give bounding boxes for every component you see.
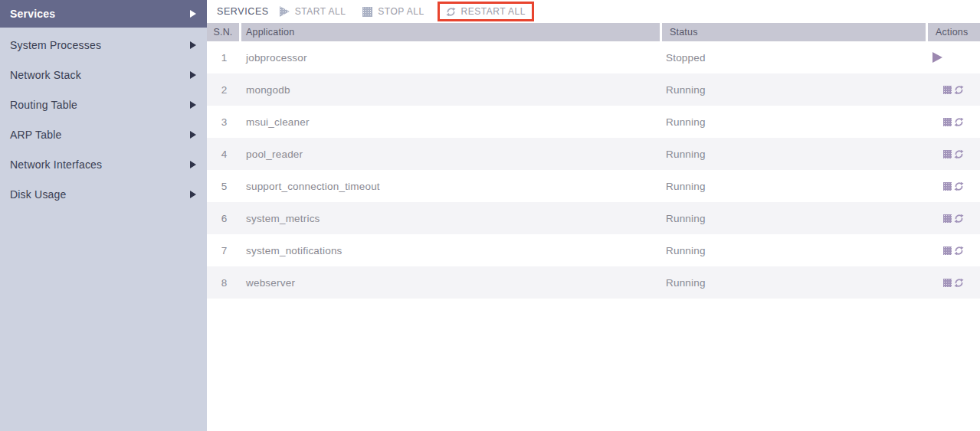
stop-service-icon[interactable] — [943, 118, 952, 126]
restart-service-icon[interactable] — [954, 214, 964, 224]
row-application: system_notifications — [241, 245, 662, 256]
sidebar-item-services[interactable]: Services — [0, 0, 207, 28]
row-actions — [928, 117, 980, 127]
restart-all-button[interactable]: RESTART ALL — [446, 6, 526, 17]
chevron-right-icon — [190, 10, 196, 18]
sidebar-item-network-interfaces[interactable]: Network Interfaces — [0, 149, 207, 179]
chevron-right-icon — [190, 161, 196, 168]
column-header-application: Application — [241, 23, 660, 41]
table-row: 1 jobprocessor Stopped — [207, 41, 980, 73]
sidebar-item-label: Network Interfaces — [10, 158, 102, 171]
restart-service-icon[interactable] — [954, 85, 964, 95]
stop-service-icon[interactable] — [943, 214, 952, 223]
table-row: 8 webserver Running — [207, 266, 980, 299]
stop-icon — [362, 7, 372, 17]
row-sn: 4 — [207, 149, 241, 160]
start-service-icon[interactable] — [932, 52, 942, 63]
restart-all-label: RESTART ALL — [461, 6, 526, 17]
sidebar-item-system-processes[interactable]: System Processes — [0, 30, 207, 60]
table-header: S.N. Application Status Actions — [207, 23, 980, 41]
column-header-status: Status — [662, 23, 926, 41]
column-header-sn: S.N. — [207, 23, 239, 41]
row-application: mongodb — [241, 84, 662, 96]
chevron-right-icon — [190, 41, 196, 49]
sidebar-item-arp-table[interactable]: ARP Table — [0, 119, 207, 149]
stop-service-icon[interactable] — [943, 182, 952, 191]
stop-all-button[interactable]: STOP ALL — [362, 6, 424, 17]
sidebar-item-label: Services — [10, 8, 55, 20]
row-actions — [928, 246, 980, 256]
sidebar: Services System Processes Network Stack … — [0, 0, 207, 431]
row-application: support_connection_timeout — [241, 181, 662, 192]
sidebar-item-label: Disk Usage — [10, 188, 67, 201]
row-actions — [928, 278, 980, 288]
row-application: webserver — [241, 277, 662, 289]
sidebar-item-label: Network Stack — [10, 69, 81, 81]
row-actions — [928, 52, 980, 63]
row-sn: 6 — [207, 213, 241, 224]
row-application: pool_reader — [241, 149, 662, 160]
row-application: msui_cleaner — [241, 116, 662, 128]
table-row: 3 msui_cleaner Running — [207, 106, 980, 138]
sidebar-item-label: System Processes — [10, 39, 101, 51]
content-empty-area — [207, 299, 980, 431]
restart-icon — [446, 7, 456, 17]
table-row: 2 mongodb Running — [207, 73, 980, 106]
sidebar-item-network-stack[interactable]: Network Stack — [0, 60, 207, 90]
row-sn: 7 — [207, 245, 241, 256]
chevron-right-icon — [190, 101, 196, 109]
table-row: 5 support_connection_timeout Running — [207, 170, 980, 202]
stop-service-icon[interactable] — [943, 150, 952, 158]
sidebar-item-routing-table[interactable]: Routing Table — [0, 90, 207, 119]
stop-service-icon[interactable] — [943, 86, 952, 94]
row-status: Running — [662, 84, 928, 96]
row-sn: 5 — [207, 181, 241, 192]
row-application: system_metrics — [241, 213, 662, 224]
row-actions — [928, 181, 980, 191]
row-status: Running — [662, 116, 928, 128]
row-status: Running — [662, 181, 928, 192]
stop-service-icon[interactable] — [943, 279, 952, 287]
row-sn: 1 — [207, 52, 241, 64]
table-row: 7 system_notifications Running — [207, 234, 980, 266]
row-status: Stopped — [662, 52, 928, 64]
start-all-button[interactable]: START ALL — [280, 6, 346, 17]
row-status: Running — [662, 245, 928, 256]
restart-service-icon[interactable] — [954, 149, 964, 159]
row-sn: 3 — [207, 116, 241, 128]
row-application: jobprocessor — [241, 52, 662, 64]
row-status: Running — [662, 277, 928, 289]
chevron-right-icon — [190, 191, 196, 198]
row-sn: 8 — [207, 277, 241, 289]
chevron-right-icon — [190, 131, 196, 139]
row-actions — [928, 214, 980, 224]
sidebar-item-label: ARP Table — [10, 129, 61, 141]
column-header-actions: Actions — [928, 23, 980, 41]
sidebar-item-label: Routing Table — [10, 99, 77, 111]
restart-service-icon[interactable] — [954, 181, 964, 191]
play-icon — [280, 6, 290, 17]
main-content: SERVICES START ALL STOP ALL RESTART ALL … — [207, 0, 980, 431]
restart-service-icon[interactable] — [954, 117, 964, 127]
app-window: Services System Processes Network Stack … — [0, 0, 980, 431]
row-sn: 2 — [207, 84, 241, 96]
row-actions — [928, 85, 980, 95]
stop-all-label: STOP ALL — [378, 6, 424, 17]
chevron-right-icon — [190, 71, 196, 79]
page-title: SERVICES — [217, 6, 269, 17]
table-row: 6 system_metrics Running — [207, 202, 980, 234]
restart-service-icon[interactable] — [954, 246, 964, 256]
restart-all-highlight-box: RESTART ALL — [438, 2, 534, 21]
start-all-label: START ALL — [295, 6, 346, 17]
row-actions — [928, 149, 980, 159]
stop-service-icon[interactable] — [943, 247, 952, 255]
restart-service-icon[interactable] — [954, 278, 964, 288]
table-row: 4 pool_reader Running — [207, 138, 980, 170]
sidebar-item-disk-usage[interactable]: Disk Usage — [0, 179, 207, 209]
services-toolbar: SERVICES START ALL STOP ALL RESTART ALL — [207, 0, 980, 23]
row-status: Running — [662, 213, 928, 224]
row-status: Running — [662, 149, 928, 160]
